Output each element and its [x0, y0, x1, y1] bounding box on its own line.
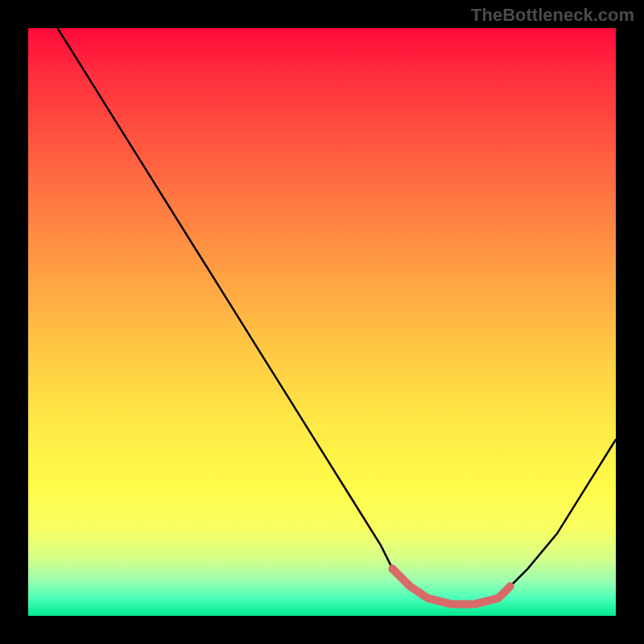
highlight-end-dot: [506, 583, 514, 591]
plot-area: [28, 28, 616, 616]
chart-svg: [28, 28, 616, 616]
main-curve: [58, 28, 617, 604]
highlight-curve: [393, 569, 510, 605]
highlight-start-dot: [389, 565, 397, 573]
watermark-text: TheBottleneck.com: [471, 5, 634, 26]
